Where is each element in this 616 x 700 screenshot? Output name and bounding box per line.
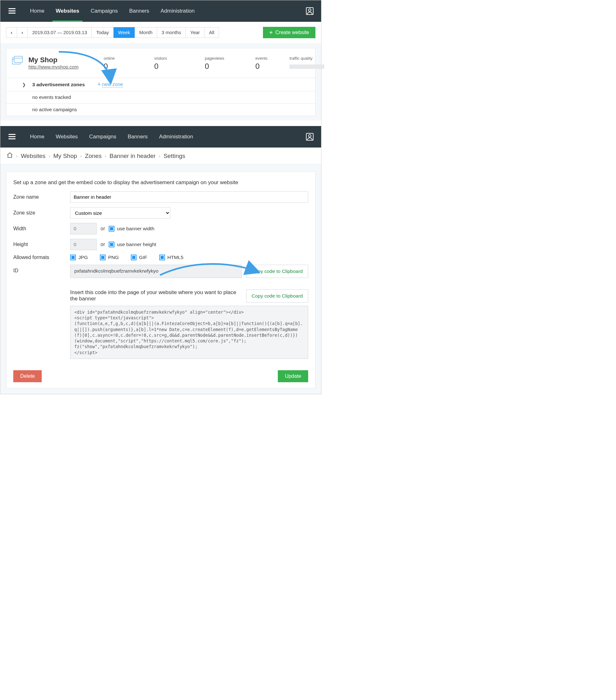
campaigns-row[interactable]: no active campaigns (6, 103, 315, 116)
zones-count-label: 3 advertisement zones (32, 82, 85, 88)
campaigns-row-label: no active campaigns (32, 107, 77, 112)
nav-link-home[interactable]: Home (24, 126, 50, 148)
account-icon[interactable] (304, 131, 316, 142)
chevron-right-icon: › (80, 153, 82, 159)
plus-icon: + (269, 29, 273, 36)
nav-link-websites[interactable]: Websites (50, 126, 84, 148)
breadcrumb-item: Settings (163, 153, 185, 160)
nav-link-administration[interactable]: Administration (155, 0, 200, 22)
nav-link-campaigns[interactable]: Campaigns (84, 126, 122, 148)
chevron-right-icon: › (159, 153, 160, 159)
navbar-2: HomeWebsitesCampaignsBannersAdministrati… (0, 126, 321, 148)
format-label: JPG (78, 254, 88, 260)
zones-row[interactable]: ❯ 3 advertisement zones + new zone (6, 78, 315, 91)
traffic-quality-label: traffic quality (289, 56, 318, 61)
period-month[interactable]: Month (135, 27, 157, 38)
home-icon[interactable] (7, 152, 13, 160)
or-text: or (100, 242, 105, 247)
account-icon[interactable] (304, 5, 316, 17)
format-label: GIF (139, 254, 147, 260)
nav-link-campaigns[interactable]: Campaigns (85, 0, 124, 22)
svg-rect-0 (9, 8, 15, 9)
stat-events: events0 (255, 56, 284, 71)
copy-id-button[interactable]: Copy code to Clipboard (246, 265, 308, 278)
chevron-right-icon: › (49, 153, 50, 159)
zone-size-label: Zone size (13, 210, 70, 216)
nav-link-websites[interactable]: Websites (50, 0, 85, 22)
svg-point-13 (308, 135, 311, 137)
update-button[interactable]: Update (278, 370, 308, 382)
width-label: Width (13, 226, 70, 232)
width-input[interactable] (70, 223, 97, 234)
embed-code-display: <div id="pxfatahndkcolmqbuefzramvkekrwfy… (70, 306, 308, 359)
zone-name-label: Zone name (13, 194, 70, 200)
height-input[interactable] (70, 239, 97, 250)
site-url-link[interactable]: http://www.myshop.com (28, 64, 78, 70)
copy-code-button[interactable]: Copy code to Clipboard (246, 289, 308, 303)
nav-link-home[interactable]: Home (24, 0, 50, 22)
period-week[interactable]: Week (113, 27, 135, 38)
controls-row: ‹ › 2019.03.07 — 2019.03.13 TodayWeekMon… (0, 22, 321, 43)
nav-link-banners[interactable]: Banners (122, 126, 153, 148)
format-png-checkbox[interactable] (100, 254, 106, 260)
stat-visitors: visitors0 (154, 56, 183, 71)
next-period-button[interactable]: › (17, 27, 28, 38)
svg-point-4 (308, 9, 311, 11)
svg-rect-9 (9, 134, 15, 135)
website-card: My Shop http://www.myshop.com online0vis… (6, 48, 316, 116)
chevron-right-icon: ❯ (22, 82, 26, 87)
use-banner-height-label: use banner height (117, 242, 156, 247)
new-zone-link[interactable]: new zone (102, 82, 123, 88)
format-jpg-checkbox[interactable] (70, 254, 76, 260)
period-all[interactable]: All (204, 27, 219, 38)
events-row[interactable]: no events tracked (6, 91, 315, 103)
breadcrumb-item[interactable]: Zones (85, 153, 102, 160)
period-3-months[interactable]: 3 months (157, 27, 186, 38)
format-label: PNG (108, 254, 119, 260)
create-website-button[interactable]: + Create website (263, 27, 316, 38)
settings-intro: Set up a zone and get the embed code to … (13, 179, 308, 186)
period-year[interactable]: Year (186, 27, 205, 38)
use-banner-height-checkbox[interactable] (109, 242, 114, 247)
zone-size-select[interactable]: Custom size (70, 207, 170, 218)
events-row-label: no events tracked (32, 95, 71, 100)
traffic-quality-bar (289, 64, 324, 69)
chevron-right-icon: › (16, 153, 18, 159)
period-today[interactable]: Today (91, 27, 113, 38)
breadcrumb-item[interactable]: Websites (21, 153, 46, 160)
allowed-formats-label: Allowed formats (13, 254, 70, 260)
prev-period-button[interactable]: ‹ (6, 27, 17, 38)
svg-rect-11 (9, 138, 15, 139)
date-range-display[interactable]: 2019.03.07 — 2019.03.13 (27, 27, 92, 38)
add-zone-plus-icon[interactable]: + (97, 81, 101, 88)
or-text: or (100, 226, 105, 232)
use-banner-width-label: use banner width (117, 226, 154, 232)
hamburger-icon[interactable] (6, 6, 18, 16)
format-html5-checkbox[interactable] (159, 254, 165, 260)
chevron-right-icon: › (105, 153, 107, 159)
id-label: ID (13, 265, 70, 274)
format-label: HTML5 (168, 254, 184, 260)
delete-button[interactable]: Delete (13, 370, 42, 382)
format-gif-checkbox[interactable] (131, 254, 137, 260)
breadcrumb-item[interactable]: Banner in header (110, 153, 156, 160)
svg-rect-2 (9, 13, 15, 14)
navbar-1: HomeWebsitesCampaignsBannersAdministrati… (0, 0, 321, 22)
hamburger-icon[interactable] (6, 132, 18, 142)
create-website-label: Create website (275, 30, 309, 35)
insert-code-instruction: Insert this code into the page of your w… (70, 289, 242, 302)
nav-link-banners[interactable]: Banners (124, 0, 155, 22)
zone-name-input[interactable] (70, 191, 308, 203)
nav-link-administration[interactable]: Administration (153, 126, 199, 148)
use-banner-width-checkbox[interactable] (109, 226, 114, 232)
zone-settings-card: Set up a zone and get the embed code to … (6, 172, 316, 388)
zone-id-display: pxfatahndkcolmqbuefzramvkekrwfykyo (70, 265, 242, 278)
svg-rect-1 (9, 10, 15, 11)
svg-rect-10 (9, 136, 15, 137)
browser-windows-icon (12, 56, 23, 71)
breadcrumb: ›Websites›My Shop›Zones›Banner in header… (0, 148, 321, 165)
height-label: Height (13, 242, 70, 247)
breadcrumb-item[interactable]: My Shop (53, 153, 77, 160)
stat-pageviews: pageviews0 (205, 56, 233, 71)
stat-online: online0 (104, 56, 132, 71)
